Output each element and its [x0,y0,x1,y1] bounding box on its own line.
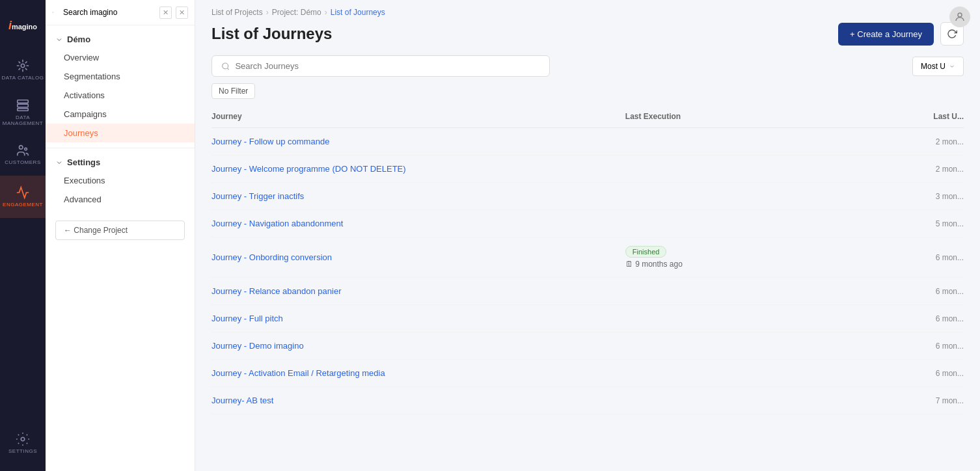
journey-name: Journey - Navigation abandonment [211,210,625,237]
journey-name: Journey- AB test [211,387,625,414]
journey-last-execution [625,305,851,332]
breadcrumb: List of Projects › Project: Démo › List … [195,0,980,22]
journey-last-execution [625,128,851,155]
journey-search-box[interactable] [211,55,550,77]
svg-rect-3 [18,108,29,111]
sidebar-search-bar: ✕ ✕ [46,0,195,25]
journey-search-input[interactable] [235,61,540,71]
sidebar-item-data-catalog[interactable]: DATA CATALOG [0,49,46,91]
journey-last-updated: 5 mon... [851,210,964,237]
journeys-table: Journey Last Execution Last U... Journey… [211,105,964,414]
svg-point-6 [21,437,25,441]
sidebar-item-journeys[interactable]: Journeys [46,124,195,142]
sidebar-search-clear[interactable]: ✕ [159,7,172,19]
table-row[interactable]: Journey - Trigger inactifs3 mon... [211,183,964,210]
sidebar-item-activations[interactable]: Activations [46,86,195,105]
table-row[interactable]: Journey - Follow up commande2 mon... [211,128,964,155]
sidebar-item-overview[interactable]: Overview [46,48,195,67]
sidebar: ✕ ✕ Démo Overview Segmentations Activati… [46,0,195,471]
table-row[interactable]: Journey - Demo imagino6 mon... [211,332,964,360]
table-row[interactable]: Journey - Relance abandon panier6 mon... [211,278,964,305]
page-title: List of Journeys [211,25,332,43]
journey-last-updated: 6 mon... [851,360,964,387]
svg-point-9 [223,62,228,68]
sidebar-project-section: Démo Overview Segmentations Activations … [46,25,195,148]
sidebar-settings-header[interactable]: Settings [46,154,195,171]
journey-name: Journey - Onbording conversion [211,237,625,278]
journey-last-execution: Finished🗓 9 months ago [625,237,851,278]
table-row[interactable]: Journey - Navigation abandonment5 mon... [211,210,964,237]
journey-last-updated: 2 mon... [851,128,964,155]
journey-last-updated: 6 mon... [851,332,964,360]
no-filter-tag[interactable]: No Filter [211,83,255,99]
svg-point-4 [20,146,23,150]
breadcrumb-list-of-projects[interactable]: List of Projects [211,8,263,17]
journey-last-execution [625,360,851,387]
sidebar-search-icon [52,8,54,17]
journey-last-execution [625,155,851,183]
svg-rect-2 [18,104,29,107]
journey-last-execution [625,387,851,414]
sidebar-item-executions[interactable]: Executions [46,171,195,190]
journey-last-updated: 2 mon... [851,155,964,183]
toolbar: Most U [195,55,980,83]
svg-point-8 [958,13,962,17]
filter-area: No Filter [195,83,980,105]
sidebar-settings-section: Settings Executions Advanced [46,148,195,214]
change-project-button[interactable]: ← Change Project [55,221,185,240]
table-row[interactable]: Journey - Activation Email / Retargeting… [211,360,964,387]
table-row[interactable]: Journey- AB test7 mon... [211,387,964,414]
svg-point-5 [25,148,27,150]
table-row[interactable]: Journey - Welcome programme (DO NOT DELE… [211,155,964,183]
sidebar-item-customers[interactable]: CUSTOMERS [0,133,46,176]
journey-last-updated: 6 mon... [851,278,964,305]
journey-last-updated: 7 mon... [851,387,964,414]
journey-name: Journey - Full pitch [211,305,625,332]
journey-name: Journey - Trigger inactifs [211,183,625,210]
table-row[interactable]: Journey - Onbording conversionFinished🗓 … [211,237,964,278]
app-logo: imagino [0,7,46,46]
journey-name: Journey - Welcome programme (DO NOT DELE… [211,155,625,183]
sort-dropdown[interactable]: Most U [912,57,964,76]
svg-rect-1 [18,100,29,103]
sidebar-search-input[interactable] [58,5,156,20]
journey-last-updated: 6 mon... [851,237,964,278]
journey-name: Journey - Relance abandon panier [211,278,625,305]
user-avatar[interactable] [949,7,970,27]
sidebar-item-data-management[interactable]: DATA MANAGEMENT [0,91,46,133]
table-row[interactable]: Journey - Full pitch6 mon... [211,305,964,332]
sort-chevron-icon [949,63,955,70]
sidebar-item-campaigns[interactable]: Campaigns [46,105,195,124]
journey-search-icon [221,62,230,71]
sidebar-demo-header[interactable]: Démo [46,31,195,48]
breadcrumb-current: List of Journeys [331,8,385,17]
header-actions: + Create a Journey [838,22,964,46]
refresh-icon [947,29,957,39]
col-last-execution: Last Execution [625,105,851,128]
journey-name: Journey - Follow up commande [211,128,625,155]
sidebar-search-close[interactable]: ✕ [176,7,188,19]
journey-last-execution [625,210,851,237]
breadcrumb-project-demo[interactable]: Project: Démo [272,8,321,17]
svg-point-7 [52,12,53,13]
journeys-table-container: Journey Last Execution Last U... Journey… [195,105,980,471]
sidebar-item-engagement[interactable]: ENGAGEMENT [0,176,46,218]
journey-name: Journey - Demo imagino [211,332,625,360]
journey-last-execution [625,332,851,360]
chevron-down-icon [55,36,63,44]
journey-name: Journey - Activation Email / Retargeting… [211,360,625,387]
chevron-down-icon-settings [55,159,63,167]
journey-last-updated: 6 mon... [851,305,964,332]
journey-last-updated: 3 mon... [851,183,964,210]
main-content: List of Projects › Project: Démo › List … [195,0,980,471]
sidebar-item-segmentations[interactable]: Segmentations [46,67,195,86]
col-last-u: Last U... [851,105,964,128]
sidebar-item-settings[interactable]: SETTINGS [0,422,46,464]
page-header: List of Journeys + Create a Journey [195,22,980,55]
svg-point-0 [21,64,25,68]
sidebar-item-advanced[interactable]: Advanced [46,190,195,209]
journey-last-execution [625,278,851,305]
create-journey-button[interactable]: + Create a Journey [838,23,934,46]
icon-bar: imagino DATA CATALOG DATA MANAGEMENT CUS… [0,0,46,471]
col-journey: Journey [211,105,625,128]
